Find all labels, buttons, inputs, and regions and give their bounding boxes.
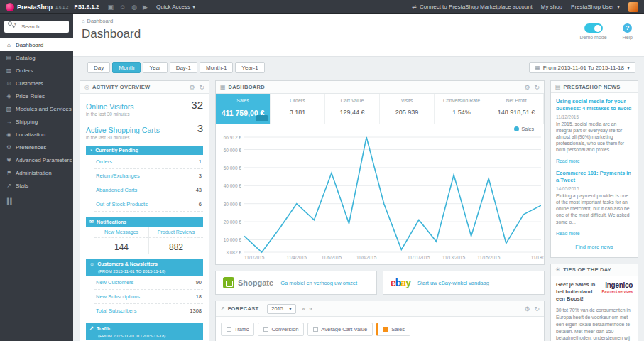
kpi-conversion-rate[interactable]: Conversion Rate 1.54% bbox=[435, 94, 489, 124]
kpi-net-profit[interactable]: Net Profit 148 918,51 € bbox=[489, 94, 544, 124]
online-visitors-link[interactable]: Online Visitors bbox=[86, 102, 134, 111]
news-item-date: 14/05/2015 bbox=[556, 186, 633, 191]
online-visitors-value: 32 bbox=[191, 99, 203, 111]
checkbox-icon bbox=[227, 327, 231, 332]
tab-month[interactable]: Month bbox=[112, 62, 141, 73]
sidebar-item-label: Customers bbox=[16, 80, 43, 87]
sidebar-item-shipping[interactable]: → Shipping bbox=[0, 115, 73, 128]
clock-icon: ◔ bbox=[89, 148, 92, 153]
support-icon[interactable]: ◍ bbox=[131, 4, 137, 11]
sidebar-item-advanced-parameters[interactable]: ✱ Advanced Parameters bbox=[0, 153, 73, 166]
avatar[interactable] bbox=[628, 2, 638, 12]
news-item-title[interactable]: Ecommerce 101: Payments in a Tweet bbox=[556, 170, 633, 184]
sidebar-item-customers[interactable]: ☺ Customers bbox=[0, 77, 73, 90]
row-label[interactable]: Out of Stock Products bbox=[96, 201, 148, 207]
gear-icon[interactable]: ⚙ bbox=[524, 305, 530, 313]
tips-panel-title: TIPS OF THE DAY bbox=[563, 266, 611, 273]
tab-year[interactable]: Year bbox=[143, 62, 167, 73]
prev-period-button[interactable]: « bbox=[302, 305, 306, 313]
product-reviews-link[interactable]: Product Reviews bbox=[149, 227, 203, 238]
ebay-promo-link[interactable]: Start uw eBay-winkel vandaag bbox=[417, 280, 489, 286]
kpi-value: 1.54% bbox=[436, 109, 487, 116]
kpi-cart-value[interactable]: Cart Value 129,44 € bbox=[325, 94, 380, 124]
row-label[interactable]: Abandoned Carts bbox=[96, 187, 137, 193]
help-icon[interactable]: ? bbox=[623, 23, 632, 33]
row-label[interactable]: Total Subscribers bbox=[96, 308, 137, 314]
row-value: 90 bbox=[196, 279, 202, 286]
new-messages-link[interactable]: New Messages bbox=[94, 227, 148, 238]
forecast-filter-sales[interactable]: Sales bbox=[376, 323, 410, 336]
my-shop-link[interactable]: My shop bbox=[541, 4, 562, 10]
tab-day[interactable]: Day bbox=[87, 62, 110, 73]
breadcrumb[interactable]: ⌂ Dashboard bbox=[82, 18, 635, 24]
brand-name: PrestaShop bbox=[17, 4, 53, 11]
gear-icon[interactable]: ⚙ bbox=[524, 84, 530, 91]
refresh-icon[interactable]: ↻ bbox=[534, 305, 540, 313]
y-axis: 66 912 €60 000 €50 000 €40 000 €30 000 €… bbox=[217, 134, 244, 254]
catalog-icon: ▤ bbox=[6, 55, 12, 61]
quick-access-menu[interactable]: Quick Access ▾ bbox=[156, 4, 195, 10]
sidebar: ▾ ⌂ Dashboard ▤ Catalog ▥ Orders ☺ Custo… bbox=[0, 14, 73, 341]
tab-year-1[interactable]: Year-1 bbox=[235, 62, 264, 73]
sidebar-item-stats[interactable]: ↗ Stats bbox=[0, 179, 73, 192]
x-axis-tick: 11/15/2015 bbox=[477, 255, 500, 260]
collapse-menu-icon[interactable]: ▍▍ bbox=[0, 192, 73, 211]
sidebar-item-localization[interactable]: ◉ Localization bbox=[0, 128, 73, 141]
shop-icon[interactable]: ▣ bbox=[108, 4, 114, 11]
row-label[interactable]: New Customers bbox=[96, 279, 133, 286]
news-item-title[interactable]: Using social media for your business: 4 … bbox=[556, 98, 633, 112]
forecast-year-select[interactable]: 2015 ▾ bbox=[267, 304, 295, 314]
marketplace-connect-link[interactable]: ⇌ Connect to PrestaShop Marketplace acco… bbox=[412, 4, 532, 10]
kpi-sales[interactable]: Sales 411 759,00 € bbox=[216, 94, 271, 124]
search-scope-caret-icon[interactable]: ▾ bbox=[14, 21, 16, 26]
traffic-icon: ↗ bbox=[89, 325, 94, 331]
kpi-value: 205 939 bbox=[381, 109, 432, 116]
active-carts-link[interactable]: Active Shopping Carts bbox=[86, 126, 160, 134]
sidebar-item-label: Advanced Parameters bbox=[16, 157, 72, 163]
read-more-link[interactable]: Read more bbox=[556, 158, 580, 163]
refresh-icon[interactable]: ↻ bbox=[534, 84, 540, 91]
gear-icon[interactable]: ⚙ bbox=[189, 84, 195, 91]
customers-row-new-subscriptions: New Subscriptions 18 bbox=[94, 290, 203, 304]
employee-icon[interactable]: ☺ bbox=[119, 4, 126, 11]
tab-month-1[interactable]: Month-1 bbox=[200, 62, 233, 73]
shop-code: PS1.6.1.2 bbox=[74, 4, 99, 10]
sidebar-item-dashboard[interactable]: ⌂ Dashboard bbox=[0, 38, 73, 51]
row-value: 1 bbox=[199, 158, 202, 165]
demo-mode-toggle[interactable] bbox=[584, 23, 603, 33]
chart-legend-sales[interactable]: Sales bbox=[514, 126, 534, 131]
x-axis-tick: 11/11/2015 bbox=[408, 255, 430, 260]
date-range-label: From 2015-11-01 To 2015-11-18 bbox=[543, 65, 624, 71]
sidebar-item-preferences[interactable]: ⚙ Preferences bbox=[0, 141, 73, 153]
forecast-filter-average-cart-value[interactable]: Average Cart Value bbox=[307, 323, 373, 336]
row-label[interactable]: Return/Exchanges bbox=[96, 173, 140, 179]
user-menu[interactable]: PrestaShop User ▾ bbox=[571, 4, 620, 10]
chart-plot-area bbox=[244, 134, 541, 254]
tab-day-1[interactable]: Day-1 bbox=[170, 62, 197, 73]
refresh-icon[interactable]: ↻ bbox=[199, 84, 204, 91]
new-messages-value: 144 bbox=[94, 238, 148, 254]
sidebar-item-modules[interactable]: ▧ Modules and Services bbox=[0, 102, 73, 115]
forecast-filter-conversion[interactable]: Conversion bbox=[258, 323, 304, 336]
sidebar-item-catalog[interactable]: ▤ Catalog bbox=[0, 51, 73, 64]
row-label[interactable]: New Subscriptions bbox=[96, 293, 140, 300]
sidebar-item-administration[interactable]: ⚑ Administration bbox=[0, 166, 73, 179]
sidebar-item-price-rules[interactable]: ◈ Price Rules bbox=[0, 90, 73, 102]
onboarding-icon[interactable]: ▶ bbox=[143, 4, 148, 11]
next-period-button[interactable]: » bbox=[309, 305, 312, 313]
kpi-orders[interactable]: Orders 3 181 bbox=[271, 94, 325, 124]
kpi-label: Conversion Rate bbox=[436, 98, 487, 103]
ebay-logo: ebay bbox=[391, 277, 410, 288]
date-range-picker[interactable]: ▦ From 2015-11-01 To 2015-11-18 ▾ bbox=[529, 62, 635, 73]
brand[interactable]: PrestaShop 1.6.1.2 bbox=[6, 3, 68, 11]
read-more-link[interactable]: Read more bbox=[556, 231, 580, 236]
kpi-visits[interactable]: Visits 205 939 bbox=[380, 94, 435, 124]
row-label[interactable]: Orders bbox=[96, 158, 112, 165]
forecast-filter-traffic[interactable]: Traffic bbox=[221, 323, 254, 336]
ingenico-logo-text: ingenico bbox=[602, 281, 633, 289]
shopgate-promo-link[interactable]: Ga mobiel en verhoog uw omzet bbox=[280, 280, 357, 286]
find-more-news-link[interactable]: Find more news bbox=[556, 244, 633, 250]
orders-icon: ▥ bbox=[6, 67, 12, 74]
sidebar-item-orders[interactable]: ▥ Orders bbox=[0, 64, 73, 77]
help-label: Help bbox=[623, 35, 633, 40]
